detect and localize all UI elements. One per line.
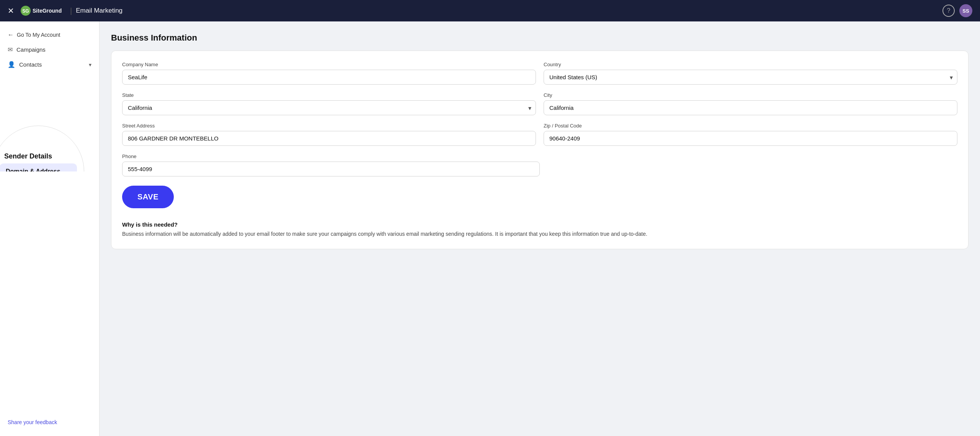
campaigns-label: Campaigns xyxy=(16,46,46,53)
zip-label: Zip / Postal Code xyxy=(544,123,957,129)
sidebar-item-contacts[interactable]: 👤 Contacts ▾ xyxy=(0,57,99,72)
state-group: State California xyxy=(122,92,536,115)
country-label: Country xyxy=(544,62,957,67)
app-title: Email Marketing xyxy=(76,7,122,15)
company-name-group: Company Name xyxy=(122,62,536,85)
svg-text:SG: SG xyxy=(22,8,29,14)
page-title: Business Information xyxy=(111,33,969,43)
circle-overlay: Sender Details Domain & Address Brand id… xyxy=(0,126,84,171)
share-feedback-link[interactable]: Share your feedback xyxy=(0,415,99,430)
company-name-label: Company Name xyxy=(122,62,536,67)
zip-group: Zip / Postal Code xyxy=(544,123,957,146)
form-row-4: Phone xyxy=(122,153,957,176)
main-content: Business Information Company Name Countr… xyxy=(100,21,980,436)
logo-divider: | xyxy=(70,7,72,15)
back-label: Go To My Account xyxy=(17,32,60,38)
top-navigation: ✕ SG SiteGround | Email Marketing ? SS xyxy=(0,0,980,21)
state-select[interactable]: California xyxy=(122,100,536,115)
form-row-3: Street Address Zip / Postal Code xyxy=(122,123,957,146)
city-group: City xyxy=(544,92,957,115)
sidebar-back-button[interactable]: ← Go To My Account xyxy=(0,28,99,42)
form-row-1: Company Name Country United States (US) xyxy=(122,62,957,85)
save-button[interactable]: SAVE xyxy=(122,186,174,208)
logo-area: SG SiteGround | Email Marketing xyxy=(20,5,122,16)
form-row-2: State California City xyxy=(122,92,957,115)
sender-details-heading: Sender Details xyxy=(0,148,80,162)
country-group: Country United States (US) xyxy=(544,62,957,85)
why-needed-title: Why is this needed? xyxy=(122,221,957,228)
back-arrow-icon: ← xyxy=(8,31,14,38)
city-input[interactable] xyxy=(544,100,957,115)
phone-input[interactable] xyxy=(122,162,540,176)
sidebar-item-campaigns[interactable]: ✉ Campaigns xyxy=(0,42,99,57)
phone-group: Phone xyxy=(122,153,540,176)
contacts-chevron: ▾ xyxy=(89,62,91,68)
state-select-wrapper: California xyxy=(122,100,536,115)
street-address-label: Street Address xyxy=(122,123,536,129)
state-label: State xyxy=(122,92,536,98)
why-needed-section: Why is this needed? Business information… xyxy=(122,221,957,238)
street-address-input[interactable] xyxy=(122,131,536,146)
sidebar-item-domain-address[interactable]: Domain & Address xyxy=(0,163,77,172)
contacts-icon: 👤 xyxy=(8,61,15,68)
street-address-group: Street Address xyxy=(122,123,536,146)
sidebar: ← Go To My Account ✉ Campaigns 👤 Contact… xyxy=(0,21,100,436)
zip-input[interactable] xyxy=(544,131,957,146)
contacts-label: Contacts xyxy=(19,61,42,68)
campaigns-icon: ✉ xyxy=(8,46,13,53)
country-select[interactable]: United States (US) xyxy=(544,70,957,85)
close-button[interactable]: ✕ xyxy=(8,6,14,15)
help-button[interactable]: ? xyxy=(942,5,955,17)
why-needed-text: Business information will be automatical… xyxy=(122,230,957,238)
business-info-card: Company Name Country United States (US) xyxy=(111,51,969,249)
country-select-wrapper: United States (US) xyxy=(544,70,957,85)
siteground-logo: SG SiteGround xyxy=(20,5,66,16)
user-avatar-button[interactable]: SS xyxy=(959,4,972,17)
company-name-input[interactable] xyxy=(122,70,536,85)
svg-text:SiteGround: SiteGround xyxy=(33,8,62,14)
phone-label: Phone xyxy=(122,153,540,159)
city-label: City xyxy=(544,92,957,98)
